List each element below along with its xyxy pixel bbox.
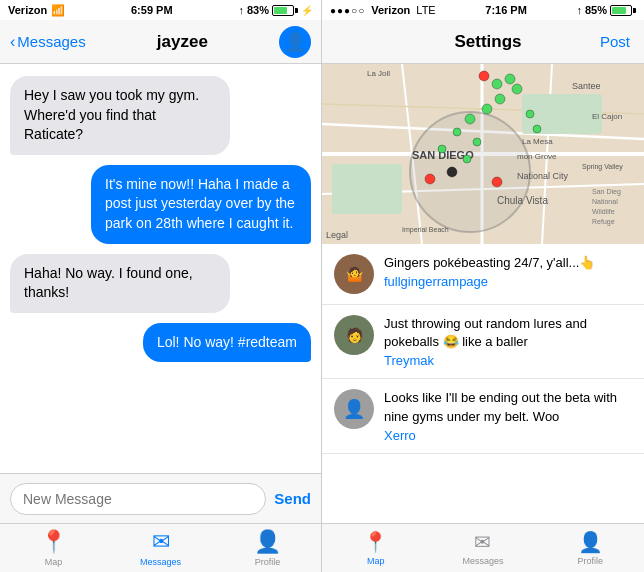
bubble-sent-3: Lol! No way! #redteam [143,323,311,363]
messages-area: Hey I saw you took my gym. Where'd you f… [0,64,321,473]
svg-text:mon Grove: mon Grove [517,152,557,161]
bubble-received-0: Hey I saw you took my gym. Where'd you f… [10,76,230,155]
message-row-0: Hey I saw you took my gym. Where'd you f… [10,76,311,155]
send-button[interactable]: Send [274,490,311,507]
svg-point-36 [533,125,541,133]
svg-text:Imperial Beach: Imperial Beach [402,226,449,234]
tab-messages-right[interactable]: ✉ Messages [429,530,536,566]
carrier-left: Verizon [8,4,47,16]
feed-text-0: Gingers pokébeasting 24/7, y'all...👆 [384,254,632,272]
conversation-title: jayzee [157,32,208,52]
tab-map-right[interactable]: 📍 Map [322,530,429,566]
svg-point-34 [438,145,446,153]
status-bar-right: ●●●○○ Verizon LTE 7:16 PM ↑ 85% [322,0,644,20]
map-tab-icon-left: 📍 [40,529,67,555]
map-tab-label-left: Map [45,557,63,567]
battery-area-left: ↑ 83% ⚡ [238,4,313,16]
svg-point-25 [492,79,502,89]
time-left: 6:59 PM [131,4,173,16]
feed-avatar-1: 🧑 [334,315,374,355]
svg-text:La Joll: La Joll [367,69,390,78]
settings-title: Settings [454,32,521,52]
message-row-1: It's mine now!! Haha I made a post just … [10,165,311,244]
post-button[interactable]: Post [600,33,630,50]
network-right: LTE [416,4,435,16]
battery-icon-left [272,5,298,16]
wifi-icon: 📶 [51,4,65,17]
input-bar: Send [0,473,321,523]
avatar-icon: 👤 [284,31,306,53]
map-svg: Santee El Cajon La Mesa mon Grove Spring… [322,64,644,244]
svg-point-39 [492,177,502,187]
feed-content-2: Looks like I'll be ending out the beta w… [384,389,632,442]
arrow-icon-left: ↑ [238,4,244,16]
feed-content-0: Gingers pokébeasting 24/7, y'all...👆 ful… [384,254,632,289]
svg-text:Refuge: Refuge [592,218,615,226]
feed-area: 🤷 Gingers pokébeasting 24/7, y'all...👆 f… [322,244,644,523]
status-bar-left: Verizon 📶 6:59 PM ↑ 83% ⚡ [0,0,321,20]
nav-bar-right: Settings Post [322,20,644,64]
tab-messages-left[interactable]: ✉ Messages [107,529,214,567]
svg-point-40 [447,167,457,177]
bubble-received-2: Haha! No way. I found one, thanks! [10,254,230,313]
bubble-sent-1: It's mine now!! Haha I made a post just … [91,165,311,244]
battery-pct-left: 83% [247,4,269,16]
svg-text:National City: National City [517,171,569,181]
right-panel: ●●●○○ Verizon LTE 7:16 PM ↑ 85% Settings… [322,0,644,572]
map-tab-label-right: Map [367,556,385,566]
battery-area-right: ↑ 85% [576,4,636,16]
profile-tab-icon-left: 👤 [254,529,281,555]
feed-avatar-0: 🤷 [334,254,374,294]
feed-username-2[interactable]: Xerro [384,428,632,443]
svg-point-31 [453,128,461,136]
messages-tab-label-left: Messages [140,557,181,567]
carrier-right: Verizon [371,4,410,16]
svg-point-32 [473,138,481,146]
svg-point-37 [479,71,489,81]
left-panel: Verizon 📶 6:59 PM ↑ 83% ⚡ ‹ Messages jay… [0,0,322,572]
svg-point-27 [512,84,522,94]
feed-username-0[interactable]: fullgingerrampage [384,274,632,289]
feed-avatar-2: 👤 [334,389,374,429]
time-right: 7:16 PM [485,4,527,16]
svg-rect-8 [332,164,402,214]
back-button[interactable]: ‹ Messages [10,33,86,51]
svg-point-29 [482,104,492,114]
tab-profile-left[interactable]: 👤 Profile [214,529,321,567]
map-area[interactable]: Santee El Cajon La Mesa mon Grove Spring… [322,64,644,244]
contact-avatar[interactable]: 👤 [279,26,311,58]
svg-point-10 [410,112,530,232]
bolt-icon: ⚡ [301,5,313,16]
feed-text-1: Just throwing out random lures and pokeb… [384,315,632,351]
messages-tab-icon-right: ✉ [474,530,491,554]
signal-dots-right: ●●●○○ [330,5,365,16]
svg-text:Wildlife: Wildlife [592,208,615,215]
feed-item-2: 👤 Looks like I'll be ending out the beta… [322,379,644,453]
svg-point-26 [505,74,515,84]
message-row-3: Lol! No way! #redteam [10,323,311,363]
tab-map-left[interactable]: 📍 Map [0,529,107,567]
feed-text-2: Looks like I'll be ending out the beta w… [384,389,632,425]
svg-text:Santee: Santee [572,81,601,91]
nav-bar-left: ‹ Messages jayzee 👤 [0,20,321,64]
back-label[interactable]: Messages [17,33,85,50]
tab-profile-right[interactable]: 👤 Profile [537,530,644,566]
svg-point-35 [526,110,534,118]
svg-point-38 [425,174,435,184]
tab-bar-left: 📍 Map ✉ Messages 👤 Profile [0,523,321,572]
feed-item-0: 🤷 Gingers pokébeasting 24/7, y'all...👆 f… [322,244,644,305]
svg-text:El Cajon: El Cajon [592,112,622,121]
profile-tab-label-right: Profile [578,556,604,566]
battery-pct-right: 85% [585,4,607,16]
svg-text:Chula Vista: Chula Vista [497,195,548,206]
profile-tab-label-left: Profile [255,557,281,567]
signal-area-right: ●●●○○ Verizon LTE [330,4,436,16]
messages-tab-label-right: Messages [462,556,503,566]
message-input[interactable] [10,483,266,515]
profile-tab-icon-right: 👤 [578,530,603,554]
svg-point-28 [495,94,505,104]
chevron-left-icon: ‹ [10,33,15,51]
battery-icon-right [610,5,636,16]
status-left-info: Verizon 📶 [8,4,65,17]
feed-username-1[interactable]: Treymak [384,353,632,368]
